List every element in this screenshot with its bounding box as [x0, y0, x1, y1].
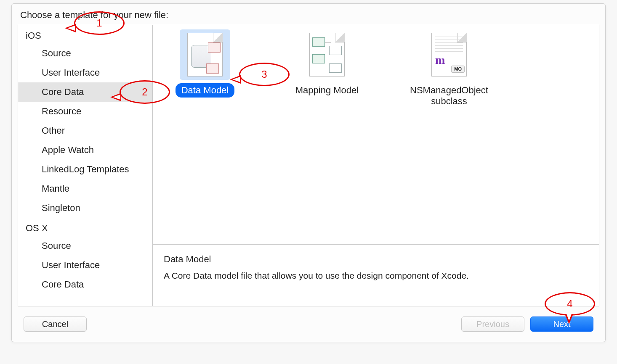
sidebar-item-resource-ios[interactable]: Resource [18, 102, 152, 121]
data-model-file-icon [180, 29, 230, 80]
sidebar-item-core-data-ios[interactable]: Core Data [18, 82, 152, 102]
template-label: NSManagedObject subclass [404, 83, 494, 109]
sidebar-item-source-osx[interactable]: Source [18, 236, 152, 256]
sidebar-item-core-data-osx[interactable]: Core Data [18, 275, 152, 294]
description-title: Data Model [164, 254, 588, 265]
sidebar-item-source-ios[interactable]: Source [18, 44, 152, 63]
dialog-buttons: Cancel Previous Next [12, 309, 605, 342]
managed-object-file-icon: mMO [424, 29, 474, 80]
template-nsmanagedobject-subclass[interactable]: mMO NSManagedObject subclass [407, 29, 491, 109]
next-button[interactable]: Next [530, 317, 593, 332]
template-grid: Data Model Mapping Model mMO NSManagedOb… [153, 25, 599, 244]
new-file-template-dialog: Choose a template for your new file: iOS… [11, 3, 606, 342]
sidebar-item-apple-watch[interactable]: Apple Watch [18, 140, 152, 160]
template-label: Mapping Model [290, 83, 364, 98]
button-spacer [93, 317, 455, 332]
sidebar-item-other-ios[interactable]: Other [18, 121, 152, 140]
previous-button: Previous [461, 317, 524, 332]
template-data-model[interactable]: Data Model [163, 29, 247, 98]
description-body: A Core Data model file that allows you t… [164, 271, 588, 281]
template-category-sidebar[interactable]: iOS Source User Interface Core Data Reso… [18, 25, 153, 306]
template-main: Data Model Mapping Model mMO NSManagedOb… [153, 25, 599, 306]
sidebar-item-user-interface-osx[interactable]: User Interface [18, 256, 152, 275]
mapping-model-file-icon [302, 29, 352, 80]
sidebar-item-singleton[interactable]: Singleton [18, 198, 152, 218]
sidebar-item-mantle[interactable]: Mantle [18, 179, 152, 198]
sidebar-item-user-interface-ios[interactable]: User Interface [18, 63, 152, 82]
template-mapping-model[interactable]: Mapping Model [285, 29, 369, 98]
dialog-title: Choose a template for your new file: [20, 10, 168, 20]
dialog-header: Choose a template for your new file: [12, 4, 605, 25]
dialog-content: iOS Source User Interface Core Data Reso… [18, 25, 599, 306]
sidebar-item-linkedlog-templates[interactable]: LinkedLog Templates [18, 160, 152, 179]
cancel-button[interactable]: Cancel [24, 317, 87, 332]
template-label: Data Model [176, 83, 235, 98]
template-description: Data Model A Core Data model file that a… [153, 244, 599, 306]
sidebar-platform-ios: iOS [18, 25, 152, 44]
sidebar-platform-osx: OS X [18, 218, 152, 236]
